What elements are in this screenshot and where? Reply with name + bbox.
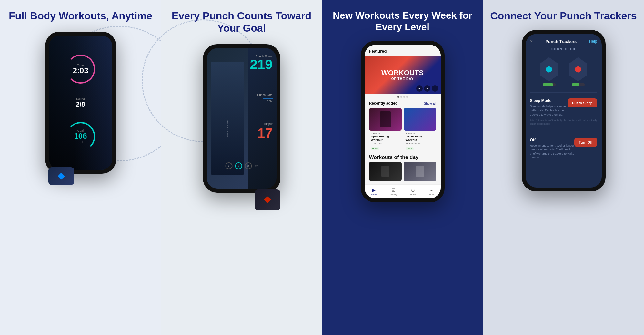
timer-ring-outer: Time 2:03 [66, 55, 95, 84]
featured-card-content: WORKOUTS OF THE DAY [381, 69, 424, 80]
turn-off-button[interactable]: Turn Off [574, 138, 597, 147]
off-section: Off Recommended for travel or longer per… [526, 135, 602, 162]
phone-screen-1: Time 2:03 Round 2/8 [49, 36, 112, 170]
boxer-shape [380, 111, 391, 127]
nav-profile[interactable]: ⊙ Profile [410, 188, 416, 196]
home-icon: ▶ [372, 188, 376, 193]
nav-home[interactable]: ▶ Home [371, 188, 377, 196]
open-badge-2: OPEN [406, 147, 414, 150]
timer-value: 2:03 [73, 67, 88, 75]
phone-screen-4: × Punch Trackers Help CONNECTED [526, 34, 602, 188]
workout-card-boxing-image [369, 108, 402, 131]
workout-grid: 4 RNDS Open Boxing Workout Coach PJ OPEN… [365, 107, 441, 153]
close-icon[interactable]: × [530, 38, 533, 44]
goal-value: 106 [74, 132, 87, 140]
ppm-bar [263, 98, 273, 99]
tracker-battery-fill-blue [543, 83, 553, 86]
nav-activity[interactable]: ☑ Activity [390, 188, 397, 196]
phone-frame-3: Featured WORKOUTS OF THE DAY 4 8 10 [361, 41, 445, 202]
off-desc: Recommended for travel or longer periods… [530, 144, 574, 160]
wc-coach-2: Shanie Smash [406, 142, 434, 145]
profile-icon: ⊙ [411, 188, 415, 193]
round-2: 2 [235, 162, 242, 169]
phone-frame-2: FIGHT CAMP Punch Count 219 Punch Rate PP… [203, 44, 280, 193]
panel-3-title: New Workouts Every Week for Every Level [328, 10, 477, 33]
nav-home-label: Home [371, 193, 377, 196]
put-to-sleep-button[interactable]: Put to Sleep [568, 98, 597, 107]
tracker-gem-blue [57, 173, 65, 180]
pt-header-title: Punch Trackers [545, 39, 577, 44]
phone-screen-2: FIGHT CAMP Punch Count 219 Punch Rate PP… [207, 48, 277, 189]
phone-mockup-3: Featured WORKOUTS OF THE DAY 4 8 10 [361, 41, 445, 202]
featured-sub: OF THE DAY [391, 77, 414, 81]
list-item[interactable]: 8 RNDS Lower Body Workout Shanie Smash O… [404, 108, 436, 152]
wotd-thumb-2 [416, 166, 424, 177]
wotd-section: Workouts of the day [365, 153, 441, 182]
sleep-mode-desc: Sleep mode helps conserve battery life. … [530, 104, 568, 117]
featured-card: WORKOUTS OF THE DAY 4 8 10 [365, 56, 441, 94]
nav-more-label: More [429, 193, 434, 196]
round-label: Round [76, 97, 85, 101]
tracker-battery-blue [543, 83, 556, 86]
wc-coach-1: Coach PJ [371, 142, 400, 145]
wotd-card-2[interactable] [404, 162, 436, 181]
recently-added-header: Recently added Show all [365, 100, 441, 107]
round-value: 2/8 [76, 101, 85, 108]
tracker-gem-red [575, 66, 581, 73]
pt-divider-1 [530, 92, 597, 93]
pt-header: × Punch Trackers Help [526, 34, 602, 47]
badge-10: 10 [432, 85, 438, 92]
timer-ring: Time 2:03 [66, 55, 95, 84]
wotd-card-1[interactable] [369, 162, 402, 181]
wotd-grid [369, 162, 436, 181]
punch-rate-label: Punch Rate [257, 93, 272, 96]
tracker-gem-blue [546, 66, 552, 73]
open-badge-1: OPEN [371, 147, 379, 150]
stats-overlay: Time 2:03 Round 2/8 [49, 36, 112, 170]
more-icon: ··· [430, 188, 434, 193]
workout-info-2: 8 RNDS Lower Body Workout Shanie Smash O… [404, 131, 436, 152]
panel-new-workouts: New Workouts Every Week for Every Level … [322, 0, 483, 335]
fightcamp-text: FIGHT CAMP [226, 120, 229, 137]
pt-divider-2 [530, 132, 597, 132]
panel-4-title: Connect Your Punch Trackers [490, 10, 637, 22]
round-3: 3 [245, 162, 252, 169]
dot-1 [397, 96, 399, 98]
nav-profile-label: Profile [410, 193, 416, 196]
round-x2: X2 [254, 164, 258, 168]
tracker-gem-red [264, 196, 271, 204]
workout-info-1: 4 RNDS Open Boxing Workout Coach PJ OPEN [369, 131, 402, 152]
output-label: Output [257, 122, 273, 126]
wotd-label: Workouts of the day [369, 155, 436, 160]
goal-label: Goal [77, 129, 84, 132]
output-area: Output 17 [257, 122, 273, 141]
panel-1-title: Full Body Workouts, Anytime [9, 10, 152, 22]
dot-4 [406, 96, 408, 98]
off-text: Off Recommended for travel or longer per… [530, 138, 574, 160]
tracker-device-blue [539, 57, 559, 86]
panel-2-title: Every Punch Counts Toward Your Goal [167, 10, 316, 35]
goal-ring-outer: Goal 106 Left [66, 122, 95, 151]
wc-rounds-2: 8 RNDS [406, 132, 434, 135]
sleep-mode-text: Sleep Mode Sleep mode helps conserve bat… [530, 98, 568, 117]
ppm-label: PPM [257, 100, 272, 103]
tracker-battery-red [572, 83, 585, 86]
phone-mockup-2: FIGHT CAMP Punch Count 219 Punch Rate PP… [203, 44, 280, 193]
punch-count-value: 219 [250, 58, 272, 71]
tracker-hardware-red [255, 189, 280, 210]
pt-help-link[interactable]: Help [589, 39, 597, 44]
sleep-mode-title: Sleep Mode [530, 98, 568, 103]
nav-more[interactable]: ··· More [429, 188, 434, 196]
show-all-link[interactable]: Show all [424, 102, 436, 105]
workout-card-lower-image [404, 108, 436, 131]
phone-frame-1: Time 2:03 Round 2/8 [45, 32, 116, 174]
round-1: 1 [225, 162, 232, 169]
list-item[interactable]: 4 RNDS Open Boxing Workout Coach PJ OPEN [369, 108, 402, 152]
wc-rounds-1: 4 RNDS [371, 132, 400, 135]
featured-title: WORKOUTS [381, 69, 424, 77]
round-badges: 4 8 10 [416, 85, 438, 92]
phone-frame-4: × Punch Trackers Help CONNECTED [522, 30, 606, 191]
output-value: 17 [257, 126, 273, 141]
nav-activity-label: Activity [390, 193, 397, 196]
panel-full-body: Full Body Workouts, Anytime Time 2:03 [0, 0, 161, 335]
